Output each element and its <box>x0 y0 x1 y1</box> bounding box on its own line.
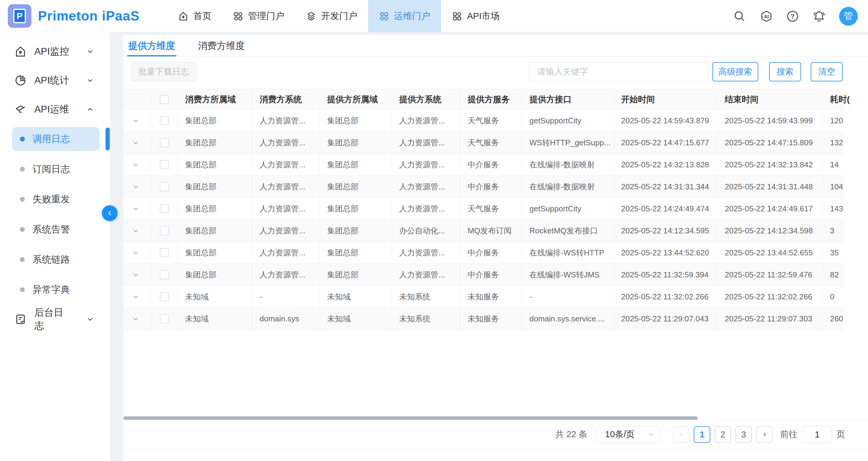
sidebar-item-backend-log[interactable]: 后台日志 <box>0 305 110 334</box>
cell-col-1: 未知域 <box>178 308 252 330</box>
expand-row-button[interactable] <box>132 293 140 301</box>
row-checkbox-cell <box>151 132 178 153</box>
cell-col-6: 在线编排-WS转HTTP <box>522 242 614 264</box>
ai-assistant-icon[interactable]: AI <box>760 10 773 23</box>
cell-col-6: RocketMQ发布接口 <box>522 220 614 242</box>
dimension-tabs: 提供方维度 消费方维度 <box>127 35 246 57</box>
row-checkbox[interactable] <box>160 182 169 191</box>
sidebar-collapse-button[interactable] <box>102 205 118 221</box>
page-button-3[interactable]: 3 <box>735 426 752 443</box>
clear-button[interactable]: 清空 <box>811 62 843 82</box>
notification-bell-icon[interactable] <box>812 10 826 23</box>
expand-row-button[interactable] <box>132 139 140 147</box>
cell-col-6: 在线编排-数据映射 <box>522 154 614 176</box>
cell-col-2: - <box>252 286 320 308</box>
nav-item-admin-portal[interactable]: 管理门户 <box>222 0 295 32</box>
table-row: 集团总部人力资源管...集团总部人力资源管...中介服务在线编排-WS转JMS2… <box>123 264 844 286</box>
expand-row-button[interactable] <box>132 205 140 213</box>
row-checkbox[interactable] <box>160 204 169 213</box>
row-checkbox[interactable] <box>160 248 169 257</box>
sidebar: API监控 API统计 API运维 调用日志 订阅日志 <box>0 32 110 461</box>
cell-col-5: 天气服务 <box>460 198 522 219</box>
cell-col-8: 2025-05-22 14:59:43.999 <box>718 110 823 131</box>
cell-col-4: 未知系统 <box>392 286 460 308</box>
monitor-camera-icon <box>14 103 27 116</box>
row-checkbox[interactable] <box>160 292 169 301</box>
select-all-checkbox[interactable] <box>160 95 169 104</box>
prev-page-button[interactable] <box>673 426 689 443</box>
tab-provider-dimension[interactable]: 提供方维度 <box>127 35 176 57</box>
sidebar-item-subscribe-log[interactable]: 订阅日志 <box>0 154 110 184</box>
page-number-group: 123 <box>689 426 752 443</box>
cell-col-4: 人力资源管... <box>392 198 460 219</box>
sidebar-item-system-alert[interactable]: 系统告警 <box>0 214 110 245</box>
search-button[interactable]: 搜索 <box>769 62 801 82</box>
expand-row-button[interactable] <box>132 249 140 256</box>
sidebar-item-api-ops[interactable]: API运维 <box>0 95 110 124</box>
cell-col-8: 2025-05-22 14:47:15.809 <box>718 132 823 153</box>
cell-col-9: 3 <box>823 220 850 242</box>
row-checkbox[interactable] <box>160 138 169 147</box>
cell-col-6: WS转HTTP_getSupp... <box>522 132 614 153</box>
cell-col-2: 人力资源管... <box>252 242 320 264</box>
search-icon[interactable] <box>733 10 746 23</box>
page-button-2[interactable]: 2 <box>715 426 731 443</box>
help-icon[interactable]: ? <box>786 10 799 23</box>
sidebar-item-api-stats[interactable]: API统计 <box>0 66 110 95</box>
brand: P Primeton iPaaS <box>8 4 140 28</box>
column-header-3: 提供方所属域 <box>320 89 392 110</box>
expand-row-button[interactable] <box>132 315 140 322</box>
cell-col-8: 2025-05-22 14:24:49.617 <box>718 198 823 219</box>
chevron-down-icon <box>86 315 94 323</box>
row-checkbox-cell <box>151 220 178 242</box>
sidebar-item-exception-dict[interactable]: 异常字典 <box>0 275 110 305</box>
row-checkbox[interactable] <box>160 116 169 125</box>
expand-row-button[interactable] <box>132 161 140 168</box>
user-avatar[interactable]: 管 <box>839 7 858 26</box>
advanced-search-button[interactable]: 高级搜索 <box>712 62 758 82</box>
page-size-select[interactable]: 10条/页 <box>596 426 660 443</box>
cell-col-2: 人力资源管... <box>252 198 320 219</box>
nav-item-dev-portal[interactable]: 开发门户 <box>295 0 368 32</box>
page-button-1[interactable]: 1 <box>694 426 710 443</box>
bullet-dot-icon <box>20 227 25 232</box>
chevron-left-icon <box>678 431 685 438</box>
keyword-input[interactable] <box>529 62 709 82</box>
next-page-button[interactable] <box>756 426 773 443</box>
row-checkbox[interactable] <box>160 270 169 279</box>
row-expand-cell <box>123 198 151 219</box>
expand-row-button[interactable] <box>132 183 140 190</box>
cell-col-9: 0 <box>823 286 850 308</box>
row-checkbox[interactable] <box>160 314 169 323</box>
cell-col-3: 集团总部 <box>320 242 392 264</box>
goto-label: 前往 <box>780 428 798 440</box>
cell-col-6: 在线编排-数据映射 <box>522 176 614 197</box>
sidebar-item-failure-resend[interactable]: 失败重发 <box>0 184 110 214</box>
expand-row-button[interactable] <box>132 117 140 125</box>
expand-row-button[interactable] <box>132 227 140 235</box>
goto-page-input[interactable] <box>803 426 832 443</box>
row-checkbox-cell <box>151 198 178 219</box>
nav-item-ops-portal[interactable]: 运维门户 <box>368 0 441 32</box>
svg-text:?: ? <box>790 12 795 20</box>
row-expand-cell <box>123 242 151 264</box>
cell-col-4: 人力资源管... <box>392 264 460 285</box>
row-expand-cell <box>123 220 151 242</box>
cell-col-2: 人力资源管... <box>252 176 320 197</box>
batch-download-button[interactable]: 批量下载日志 <box>131 62 196 82</box>
home-icon <box>178 11 188 22</box>
nav-item-home[interactable]: 首页 <box>167 0 222 32</box>
sidebar-item-system-trace[interactable]: 系统链路 <box>0 245 110 275</box>
sidebar-item-api-monitor[interactable]: API监控 <box>0 37 110 66</box>
expand-row-button[interactable] <box>132 271 140 279</box>
cell-col-9: 104 <box>823 176 850 197</box>
row-checkbox[interactable] <box>160 160 169 169</box>
cell-col-7: 2025-05-22 11:29:07.043 <box>614 308 718 330</box>
cell-col-9: 35 <box>823 242 850 264</box>
row-checkbox[interactable] <box>160 226 169 235</box>
sidebar-item-call-log[interactable]: 调用日志 <box>0 124 110 154</box>
cell-col-6: getSupportCity <box>522 110 614 131</box>
nav-item-api-market[interactable]: API市场 <box>441 0 510 32</box>
row-checkbox-cell <box>151 110 178 131</box>
tab-consumer-dimension[interactable]: 消费方维度 <box>197 35 246 57</box>
